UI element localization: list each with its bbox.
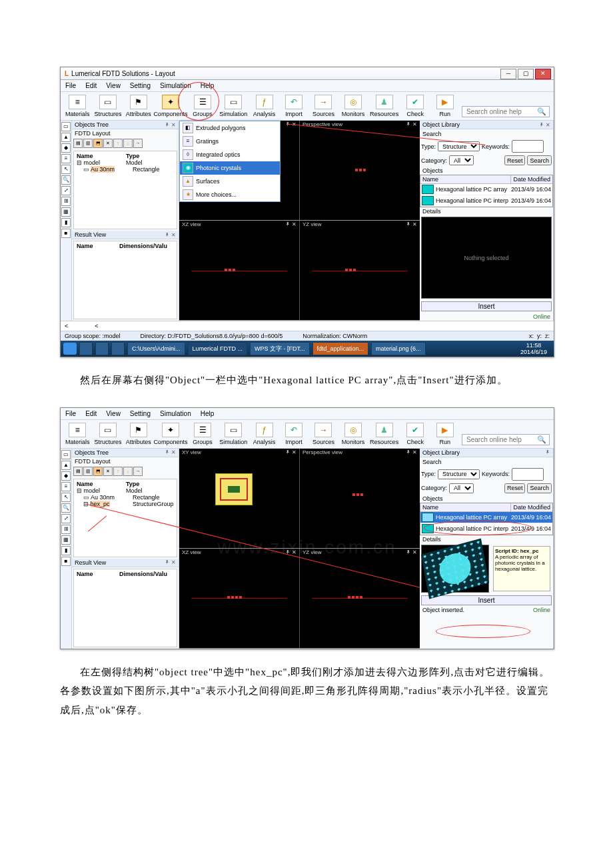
library-search-button[interactable]: Search: [527, 155, 552, 165]
tb-import[interactable]: ↶Import: [281, 95, 306, 117]
search-help-input[interactable]: [465, 107, 534, 116]
tb-materials[interactable]: ≡Materials: [65, 423, 90, 445]
v-tool[interactable]: ■: [61, 229, 71, 238]
library-insert-button[interactable]: Insert: [421, 595, 552, 605]
v-tool[interactable]: 🔍: [61, 175, 71, 185]
tree-row-hexpc[interactable]: ⊟ hex_pcStructureGroup: [75, 501, 175, 507]
tb-analysis[interactable]: ƒAnalysis: [251, 95, 277, 117]
objects-tree-title: Objects Tree🖈 ✕: [72, 121, 179, 129]
dd-photonic-crystals[interactable]: ◉Photonic crystals: [180, 161, 280, 175]
maximize-button[interactable]: ▢: [518, 69, 534, 79]
taskbar-item[interactable]: WPS 文字 - [FDT...: [250, 342, 310, 355]
library-keywords-input[interactable]: [512, 468, 544, 481]
v-tool[interactable]: ▭: [61, 122, 71, 131]
tb-check[interactable]: ✔Check: [402, 423, 428, 445]
menu-file[interactable]: File: [63, 81, 78, 90]
menu-help[interactable]: Help: [199, 409, 217, 418]
tb-structures[interactable]: ▭Structures: [94, 95, 121, 117]
v-tool[interactable]: ▮: [61, 218, 71, 227]
v-tool[interactable]: ≡: [61, 154, 71, 163]
tb-sources[interactable]: →Sources: [310, 95, 336, 117]
taskbar-item[interactable]: Lumerical FDTD ...: [188, 342, 248, 355]
taskbar-icon[interactable]: [111, 342, 125, 355]
library-search-button[interactable]: Search: [527, 483, 552, 493]
tb-structures[interactable]: ▭Structures: [94, 423, 121, 445]
menu-setting[interactable]: Setting: [128, 81, 153, 90]
objects-tree[interactable]: Name Type ⊟ modelModel ▭ Au 30nmRectangl…: [73, 151, 177, 229]
library-type-select[interactable]: Structure: [438, 469, 480, 479]
v-tool[interactable]: ↖: [61, 165, 71, 174]
tb-run[interactable]: ▶Run: [432, 95, 458, 117]
fdtd-layout-label: FDTD Layout: [72, 129, 179, 137]
result-view[interactable]: Name Dimensions/Valu: [73, 241, 177, 319]
result-view[interactable]: Name Dimensions/Valu: [73, 569, 177, 647]
tb-sources[interactable]: →Sources: [310, 423, 336, 445]
close-button[interactable]: ✕: [535, 69, 551, 79]
menu-setting[interactable]: Setting: [128, 409, 153, 418]
menu-edit[interactable]: Edit: [83, 81, 99, 90]
tb-resources[interactable]: ♟Resources: [370, 423, 398, 445]
library-keywords-input[interactable]: [512, 140, 544, 153]
taskbar-item[interactable]: material.png (6...: [371, 342, 426, 355]
v-tool[interactable]: ◆: [61, 143, 71, 153]
tree-row-au30nm[interactable]: ▭ Au 30nmRectangle: [75, 494, 175, 501]
yz-view[interactable]: YZ view🖈 ✕: [300, 549, 420, 648]
library-row-hex-array[interactable]: Hexagonal lattice PC array2013/4/9 16:04: [420, 184, 552, 195]
taskbar-icon[interactable]: [79, 342, 93, 355]
tb-analysis[interactable]: ƒAnalysis: [251, 423, 277, 445]
xy-view[interactable]: 🖈 ✕ ◧Extruded polygons ≡Gratings ◊Integr…: [179, 121, 300, 220]
search-icon[interactable]: 🔍: [537, 107, 546, 116]
tb-groups[interactable]: ☰Groups: [190, 423, 215, 445]
dd-gratings[interactable]: ≡Gratings: [180, 135, 280, 148]
library-insert-button[interactable]: Insert: [421, 301, 552, 311]
minimize-button[interactable]: ─: [500, 69, 516, 79]
menu-simulation[interactable]: Simulation: [158, 409, 193, 418]
yz-view[interactable]: YZ view 🖈 ✕: [300, 221, 420, 320]
xz-view[interactable]: XZ view🖈 ✕: [179, 549, 300, 648]
v-tool[interactable]: ▲: [61, 133, 71, 142]
tb-attributes[interactable]: ⚑Attributes: [125, 423, 151, 445]
v-tool[interactable]: ▦: [61, 207, 71, 217]
library-reset-button[interactable]: Reset: [504, 155, 526, 165]
dd-integrated-optics[interactable]: ◊Integrated optics: [180, 148, 280, 161]
tb-check[interactable]: ✔Check: [402, 95, 428, 117]
menu-view[interactable]: View: [104, 409, 123, 418]
annot-components-circle: [178, 82, 219, 121]
library-category-select[interactable]: All: [449, 483, 474, 493]
tb-simulation[interactable]: ▭Simulation: [219, 95, 247, 117]
menu-edit[interactable]: Edit: [83, 409, 99, 418]
objects-tree[interactable]: Name Type ⊟ modelModel ▭ Au 30nmRectangl…: [73, 479, 177, 557]
taskbar-item[interactable]: fdtd_application...: [312, 342, 369, 355]
search-icon[interactable]: 🔍: [537, 435, 546, 444]
dd-extruded-polygons[interactable]: ◧Extruded polygons: [180, 121, 280, 135]
dd-surfaces[interactable]: ▲Surfaces: [180, 175, 280, 188]
tb-attributes[interactable]: ⚑Attributes: [125, 95, 151, 117]
tb-monitors[interactable]: ◎Monitors: [340, 423, 366, 445]
dd-more-choices[interactable]: ★More choices...: [180, 188, 280, 201]
search-help[interactable]: 🔍: [462, 434, 550, 445]
search-help[interactable]: 🔍: [462, 106, 550, 117]
search-help-input[interactable]: [465, 435, 534, 444]
library-category-select[interactable]: All: [449, 155, 474, 165]
library-preview: Nothing selected: [421, 217, 552, 299]
perspective-view[interactable]: Perspective view🖈 ✕: [300, 449, 420, 548]
tb-materials[interactable]: ≡Materials: [65, 95, 90, 117]
tb-run[interactable]: ▶Run: [432, 423, 458, 445]
tb-components[interactable]: ✦Components: [155, 423, 186, 445]
library-row-hex-interp[interactable]: Hexagonal lattice PC interp2013/4/9 16:0…: [420, 195, 552, 207]
tb-simulation[interactable]: ▭Simulation: [219, 423, 247, 445]
tb-import[interactable]: ↶Import: [281, 423, 306, 445]
menu-file[interactable]: File: [63, 409, 78, 418]
tb-monitors[interactable]: ◎Monitors: [340, 95, 366, 117]
taskbar-item[interactable]: C:\Users\Admini...: [127, 342, 185, 355]
tree-row-model[interactable]: ⊟ modelModel: [75, 487, 175, 494]
start-button[interactable]: [63, 343, 77, 355]
tb-resources[interactable]: ♟Resources: [370, 95, 398, 117]
library-reset-button[interactable]: Reset: [504, 483, 526, 493]
taskbar-icon[interactable]: [95, 342, 109, 355]
menu-view[interactable]: View: [104, 81, 123, 90]
v-tool[interactable]: ⤢: [61, 186, 71, 195]
xz-view[interactable]: XZ view 🖈 ✕: [179, 221, 300, 320]
xy-view[interactable]: XY view🖈 ✕: [179, 449, 300, 548]
v-tool[interactable]: ⊞: [61, 197, 71, 206]
